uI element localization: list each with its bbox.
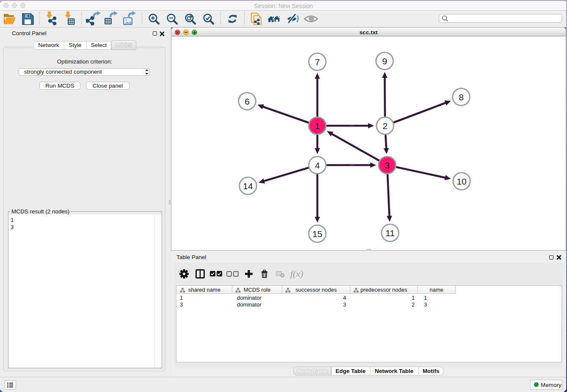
svg-text:2: 2 xyxy=(383,121,388,131)
svg-text:11: 11 xyxy=(385,228,395,238)
svg-text:9: 9 xyxy=(382,56,387,66)
svg-text:6: 6 xyxy=(245,97,250,106)
svg-text:10: 10 xyxy=(457,177,466,186)
svg-text:3: 3 xyxy=(385,160,390,170)
svg-text:1: 1 xyxy=(315,121,320,131)
svg-text:14: 14 xyxy=(243,181,253,191)
svg-text:15: 15 xyxy=(312,229,322,239)
svg-text:7: 7 xyxy=(315,57,320,67)
svg-text:4: 4 xyxy=(315,160,320,170)
svg-text:8: 8 xyxy=(459,92,464,102)
